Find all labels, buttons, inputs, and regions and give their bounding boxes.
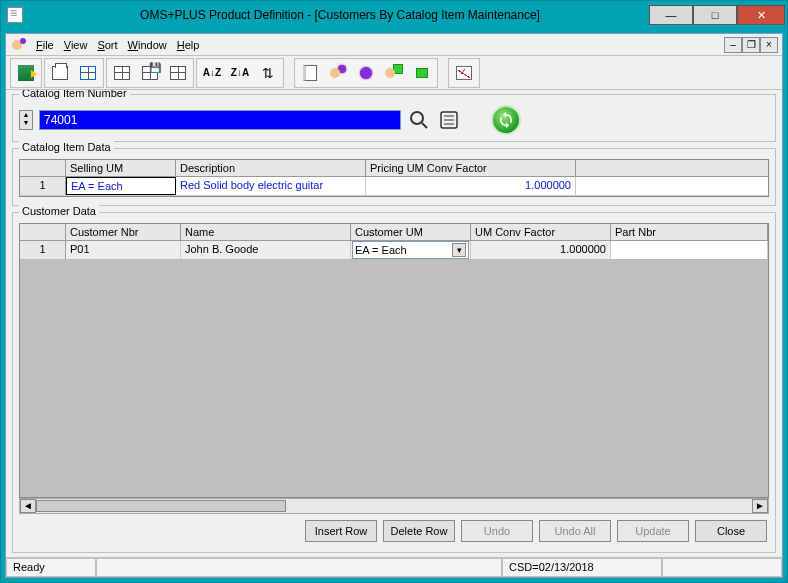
status-ready: Ready bbox=[6, 558, 96, 577]
tb-person2-icon[interactable] bbox=[380, 60, 408, 86]
row-number: 1 bbox=[20, 177, 66, 195]
cell-part-nbr[interactable] bbox=[611, 241, 768, 259]
col-pricing-factor[interactable]: Pricing UM Conv Factor bbox=[366, 160, 576, 176]
cell-customer-nbr[interactable]: P01 bbox=[66, 241, 181, 259]
mdi-restore[interactable]: ❐ bbox=[742, 37, 760, 53]
status-spacer bbox=[96, 558, 502, 577]
scroll-thumb[interactable] bbox=[36, 500, 286, 512]
undo-all-button[interactable]: Undo All bbox=[539, 520, 611, 542]
window-title: OMS+PLUS Product Definition - [Customers… bbox=[31, 8, 649, 22]
customer-um-dropdown[interactable]: EA = Each ▾ bbox=[352, 241, 469, 259]
col-um-conv-factor[interactable]: UM Conv Factor bbox=[471, 224, 611, 240]
grid-corner bbox=[20, 160, 66, 176]
menu-app-icon bbox=[10, 36, 28, 54]
mdi-close[interactable]: × bbox=[760, 37, 778, 53]
cell-um-conv-factor[interactable]: 1.000000 bbox=[471, 241, 611, 259]
tb-book-icon[interactable] bbox=[296, 60, 324, 86]
tb-sort-asc-icon[interactable]: A↓Z bbox=[198, 60, 226, 86]
refresh-button[interactable] bbox=[491, 105, 521, 135]
cell-selling-um[interactable]: EA = Each bbox=[66, 177, 176, 195]
insert-row-button[interactable]: Insert Row bbox=[305, 520, 377, 542]
status-csd: CSD=02/13/2018 bbox=[502, 558, 662, 577]
tb-chart-icon[interactable] bbox=[450, 60, 478, 86]
svg-line-1 bbox=[422, 123, 427, 128]
cust-grid-corner bbox=[20, 224, 66, 240]
customer-data-legend: Customer Data bbox=[19, 205, 99, 217]
tb-grid-save-icon[interactable]: 💾 bbox=[136, 60, 164, 86]
undo-button[interactable]: Undo bbox=[461, 520, 533, 542]
menu-sort[interactable]: Sort bbox=[93, 37, 121, 53]
tb-purple-dot-icon[interactable] bbox=[352, 60, 380, 86]
tb-grid1-icon[interactable] bbox=[108, 60, 136, 86]
catalog-spinner[interactable]: ▲▼ bbox=[19, 110, 33, 130]
col-description[interactable]: Description bbox=[176, 160, 366, 176]
content-area: Catalog Item Number ▲▼ bbox=[6, 90, 782, 557]
minimize-button[interactable]: — bbox=[649, 5, 693, 25]
delete-row-button[interactable]: Delete Row bbox=[383, 520, 455, 542]
status-empty bbox=[662, 558, 782, 577]
window-controls: — □ ✕ bbox=[649, 5, 785, 25]
tb-export-icon[interactable] bbox=[74, 60, 102, 86]
mdi-controls: – ❐ × bbox=[724, 37, 778, 53]
tb-grid3-icon[interactable] bbox=[164, 60, 192, 86]
statusbar: Ready CSD=02/13/2018 bbox=[6, 557, 782, 577]
catalog-item-number-group: Catalog Item Number ▲▼ bbox=[12, 94, 776, 142]
search-icon[interactable] bbox=[407, 108, 431, 132]
tb-exit-icon[interactable] bbox=[12, 60, 40, 86]
close-form-button[interactable]: Close bbox=[695, 520, 767, 542]
maximize-button[interactable]: □ bbox=[693, 5, 737, 25]
svg-point-0 bbox=[411, 112, 423, 124]
tb-sort-updown-icon[interactable]: ⇅ bbox=[254, 60, 282, 86]
catalog-legend: Catalog Item Number bbox=[19, 90, 130, 99]
application-window: OMS+PLUS Product Definition - [Customers… bbox=[0, 0, 788, 583]
cell-customer-name[interactable]: John B. Goode bbox=[181, 241, 351, 259]
customer-data-group: Customer Data Customer Nbr Name Customer… bbox=[12, 212, 776, 553]
menu-window[interactable]: Window bbox=[124, 37, 171, 53]
catalog-row-1[interactable]: 1 EA = Each Red Solid body electric guit… bbox=[20, 177, 768, 196]
menu-view[interactable]: View bbox=[60, 37, 92, 53]
customer-grid-body bbox=[19, 260, 769, 498]
app-icon bbox=[7, 7, 23, 23]
menu-file[interactable]: File bbox=[32, 37, 58, 53]
cell-description[interactable]: Red Solid body electric guitar bbox=[176, 177, 366, 195]
col-part-nbr[interactable]: Part Nbr bbox=[611, 224, 768, 240]
horizontal-scrollbar[interactable]: ◄ ► bbox=[19, 498, 769, 514]
toolbar: 💾 A↓Z Z↓A ⇅ bbox=[6, 56, 782, 90]
cell-pricing-factor[interactable]: 1.000000 bbox=[366, 177, 576, 195]
col-selling-um[interactable]: Selling UM bbox=[66, 160, 176, 176]
close-button[interactable]: ✕ bbox=[737, 5, 785, 25]
scroll-right-icon[interactable]: ► bbox=[752, 499, 768, 513]
client-area: File View Sort Window Help – ❐ × 💾 bbox=[5, 33, 783, 578]
catalog-item-input[interactable] bbox=[39, 110, 401, 130]
tb-print-icon[interactable] bbox=[46, 60, 74, 86]
titlebar: OMS+PLUS Product Definition - [Customers… bbox=[1, 1, 787, 29]
update-button[interactable]: Update bbox=[617, 520, 689, 542]
col-customer-name[interactable]: Name bbox=[181, 224, 351, 240]
customer-um-value: EA = Each bbox=[355, 244, 407, 256]
menu-help[interactable]: Help bbox=[173, 37, 204, 53]
cell-customer-um[interactable]: EA = Each ▾ bbox=[351, 241, 471, 259]
customer-row-1[interactable]: 1 P01 John B. Goode EA = Each ▾ 1.000000 bbox=[20, 241, 768, 260]
tb-person1-icon[interactable] bbox=[324, 60, 352, 86]
mdi-minimize[interactable]: – bbox=[724, 37, 742, 53]
catalog-data-legend: Catalog Item Data bbox=[19, 141, 114, 153]
cust-row-number: 1 bbox=[20, 241, 66, 259]
tb-green-flag-icon[interactable] bbox=[408, 60, 436, 86]
col-customer-nbr[interactable]: Customer Nbr bbox=[66, 224, 181, 240]
catalog-item-data-group: Catalog Item Data Selling UM Description… bbox=[12, 148, 776, 206]
button-row: Insert Row Delete Row Undo Undo All Upda… bbox=[19, 514, 769, 548]
col-customer-um[interactable]: Customer UM bbox=[351, 224, 471, 240]
list-icon[interactable] bbox=[437, 108, 461, 132]
catalog-item-grid: Selling UM Description Pricing UM Conv F… bbox=[19, 159, 769, 197]
scroll-left-icon[interactable]: ◄ bbox=[20, 499, 36, 513]
menubar: File View Sort Window Help – ❐ × bbox=[6, 34, 782, 56]
tb-sort-desc-icon[interactable]: Z↓A bbox=[226, 60, 254, 86]
customer-grid: Customer Nbr Name Customer UM UM Conv Fa… bbox=[19, 223, 769, 260]
dropdown-arrow-icon[interactable]: ▾ bbox=[452, 243, 466, 257]
